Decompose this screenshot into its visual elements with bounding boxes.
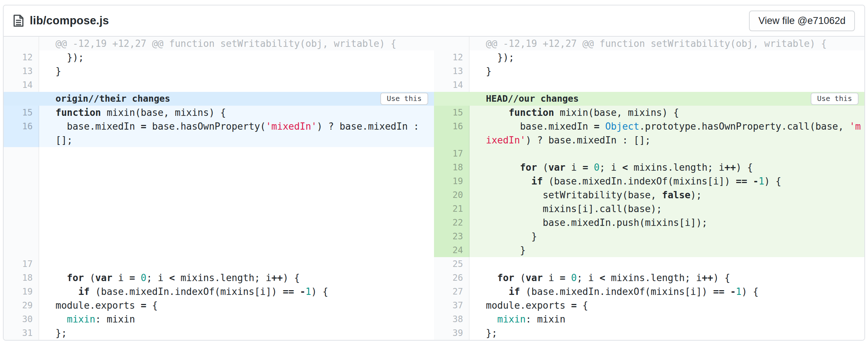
line-number: 19 — [4, 285, 39, 299]
code-line[interactable] — [39, 78, 434, 92]
code-line[interactable]: for (var i = 0; i < mixins.length; i++) … — [39, 271, 434, 285]
use-this-button[interactable]: Use this — [380, 93, 428, 105]
diff-column-theirs: @@ -12,19 +12,27 @@ function setWritabil… — [4, 37, 434, 340]
code-line[interactable]: } — [470, 64, 864, 78]
code-line[interactable]: base.mixedIn.push(mixins[i]); — [470, 216, 864, 230]
code-line[interactable]: base.mixedIn = Object.prototype.hasOwnPr… — [470, 119, 864, 147]
code-line[interactable]: setWritability(base, false); — [470, 188, 864, 202]
code-line[interactable] — [470, 147, 864, 161]
code-line[interactable]: if (base.mixedIn.indexOf(mixins[i]) == -… — [470, 285, 864, 299]
diff-line: 22 base.mixedIn.push(mixins[i]); — [434, 216, 864, 230]
diff-line: 14 — [434, 78, 864, 92]
diff-line: 26 for (var i = 0; i < mixins.length; i+… — [434, 271, 864, 285]
code-line[interactable] — [470, 257, 864, 271]
code-line[interactable]: }; — [39, 326, 434, 340]
line-number: 39 — [434, 326, 470, 340]
line-number: 20 — [434, 188, 470, 202]
conflict-label: HEAD//our changes — [486, 92, 579, 106]
code-line[interactable]: for (var i = 0; i < mixins.length; i++) … — [470, 161, 864, 174]
hunk-header-row: @@ -12,19 +12,27 @@ function setWritabil… — [434, 37, 864, 50]
diff-line: 15 function mixin(base, mixins) { — [434, 106, 864, 119]
diff-line: 24 } — [434, 243, 864, 257]
line-number: 25 — [434, 257, 470, 271]
diff-line: 12 }); — [4, 50, 434, 64]
line-number: 12 — [434, 50, 470, 64]
conflict-filler — [4, 147, 434, 257]
diff-line: 17 — [434, 147, 864, 161]
code-line[interactable]: module.exports = { — [470, 299, 864, 312]
diff-line: 17 — [4, 257, 434, 271]
code-line[interactable]: if (base.mixedIn.indexOf(mixins[i]) == -… — [470, 174, 864, 188]
code-line[interactable]: } — [470, 243, 864, 257]
code-line[interactable]: }); — [470, 50, 864, 64]
line-number: 15 — [434, 106, 470, 119]
code-line[interactable] — [470, 78, 864, 92]
diff-line: 16 base.mixedIn = base.hasOwnProperty('m… — [4, 119, 434, 147]
code-line[interactable]: } — [470, 230, 864, 243]
diff-line: 25 — [434, 257, 864, 271]
diff-line: 12 }); — [434, 50, 864, 64]
conflict-label: origin//their changes — [56, 92, 170, 106]
line-number — [434, 37, 470, 50]
code-line[interactable]: function mixin(base, mixins) { — [39, 106, 434, 119]
code-line[interactable]: for (var i = 0; i < mixins.length; i++) … — [470, 271, 864, 285]
diff-line: 13} — [4, 64, 434, 78]
file-document-icon — [13, 14, 24, 27]
code-line[interactable]: } — [39, 64, 434, 78]
diff-line: 18 for (var i = 0; i < mixins.length; i+… — [434, 161, 864, 174]
diff-line: 23 } — [434, 230, 864, 243]
split-diff: @@ -12,19 +12,27 @@ function setWritabil… — [4, 37, 864, 340]
line-number — [4, 147, 39, 257]
line-number: 29 — [4, 299, 39, 312]
line-number: 26 — [434, 271, 470, 285]
file-diff-card: lib/compose.js View file @e71062d @@ -12… — [3, 5, 865, 341]
diff-line: 31}; — [4, 326, 434, 340]
file-header: lib/compose.js View file @e71062d — [4, 5, 864, 37]
line-number: 22 — [434, 216, 470, 230]
diff-column-ours: @@ -12,19 +12,27 @@ function setWritabil… — [434, 37, 864, 340]
diff-line: 19 if (base.mixedIn.indexOf(mixins[i]) =… — [4, 285, 434, 299]
code-line[interactable] — [39, 257, 434, 271]
conflict-header-row: origin//their changesUse this — [4, 92, 434, 106]
diff-line: 13} — [434, 64, 864, 78]
line-number: 27 — [434, 285, 470, 299]
code-line[interactable]: }; — [470, 326, 864, 340]
diff-line: 37module.exports = { — [434, 299, 864, 312]
diff-line: 14 — [4, 78, 434, 92]
line-number — [4, 37, 39, 50]
conflict-header-row: HEAD//our changesUse this — [434, 92, 864, 106]
view-file-button[interactable]: View file @e71062d — [749, 11, 855, 31]
code-line[interactable]: if (base.mixedIn.indexOf(mixins[i]) == -… — [39, 285, 434, 299]
line-number: 16 — [434, 119, 470, 147]
code-line[interactable]: mixin: mixin — [470, 312, 864, 326]
line-number: 18 — [4, 271, 39, 285]
code-line[interactable]: mixins[i].call(base); — [470, 202, 864, 216]
diff-line: 29module.exports = { — [4, 299, 434, 312]
diff-line: 30 mixin: mixin — [4, 312, 434, 326]
diff-line: 38 mixin: mixin — [434, 312, 864, 326]
line-number: 14 — [4, 78, 39, 92]
line-number: 15 — [4, 106, 39, 119]
hunk-header-text: @@ -12,19 +12,27 @@ function setWritabil… — [470, 37, 864, 50]
diff-line: 27 if (base.mixedIn.indexOf(mixins[i]) =… — [434, 285, 864, 299]
code-line[interactable]: mixin: mixin — [39, 312, 434, 326]
line-number: 12 — [4, 50, 39, 64]
diff-line: 18 for (var i = 0; i < mixins.length; i+… — [4, 271, 434, 285]
code-line[interactable]: base.mixedIn = base.hasOwnProperty('mixe… — [39, 119, 434, 147]
line-number: 18 — [434, 161, 470, 174]
hunk-header-row: @@ -12,19 +12,27 @@ function setWritabil… — [4, 37, 434, 50]
diff-line: 19 if (base.mixedIn.indexOf(mixins[i]) =… — [434, 174, 864, 188]
hunk-header-text: @@ -12,19 +12,27 @@ function setWritabil… — [39, 37, 434, 50]
line-number: 19 — [434, 174, 470, 188]
line-number: 38 — [434, 312, 470, 326]
code-line[interactable]: }); — [39, 50, 434, 64]
code-line[interactable]: module.exports = { — [39, 299, 434, 312]
code-line[interactable]: function mixin(base, mixins) { — [470, 106, 864, 119]
diff-line: 16 base.mixedIn = Object.prototype.hasOw… — [434, 119, 864, 147]
line-number: 17 — [4, 257, 39, 271]
file-path: lib/compose.js — [30, 14, 109, 27]
line-number: 21 — [434, 202, 470, 216]
line-number: 13 — [4, 64, 39, 78]
diff-line: 21 mixins[i].call(base); — [434, 202, 864, 216]
use-this-button[interactable]: Use this — [811, 93, 859, 105]
